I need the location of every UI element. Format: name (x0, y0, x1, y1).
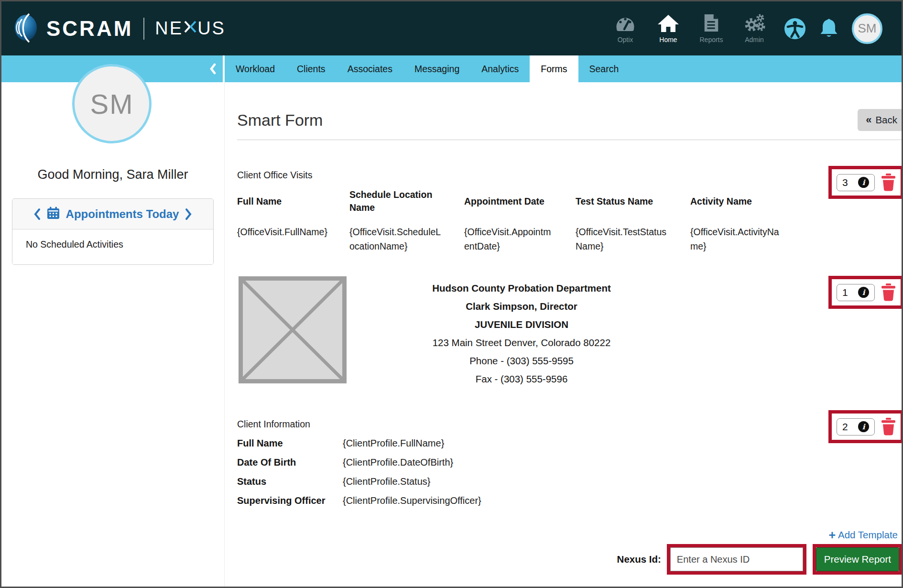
admin-label: Admin (745, 36, 764, 44)
sidebar-avatar-initials: SM (90, 88, 134, 120)
appointments-prev-button[interactable] (33, 208, 41, 220)
logo-text-scram: SCRAM (46, 17, 133, 41)
reports-label: Reports (699, 36, 723, 44)
client-info-count-badge: 2 i (828, 410, 903, 443)
home-label: Home (659, 36, 677, 44)
preview-report-highlight-box: Preview Report (813, 544, 903, 575)
header-icon-menu: Optix Home (599, 13, 882, 44)
field-label: Supervising Officer (237, 491, 343, 510)
back-label: Back (875, 114, 897, 126)
client-info-count-input[interactable]: 2 i (837, 418, 875, 436)
column-header-schedule-location: Schedule Location Name (349, 188, 464, 214)
back-button[interactable]: « Back (858, 109, 903, 131)
column-header-appointment-date: Appointment Date (464, 195, 576, 208)
info-icon[interactable]: i (858, 287, 869, 298)
office-visits-value-row: {OfficeVisit.FullName} {OfficeVisit.Sche… (237, 225, 806, 253)
field-value: {ClientProfile.SupervisingOfficer} (343, 491, 903, 510)
logo-divider (143, 18, 144, 40)
gears-icon (743, 14, 765, 33)
app-header: SCRAM NE US (1, 1, 902, 55)
tab-clients[interactable]: Clients (286, 55, 337, 82)
home-menu-item[interactable]: Home (651, 14, 685, 44)
admin-menu-item[interactable]: Admin (737, 14, 772, 44)
tab-associates[interactable]: Associates (337, 55, 403, 82)
page-title: Smart Form (237, 111, 323, 130)
title-row: Smart Form « Back (237, 109, 903, 131)
brand-logo: SCRAM NE US (14, 12, 226, 45)
nav-tabs: Workload Clients Associates Messaging An… (225, 55, 630, 82)
gauge-icon (615, 14, 636, 33)
tab-search[interactable]: Search (578, 55, 630, 82)
letterhead-delete-button[interactable] (881, 283, 896, 301)
appointments-card: Appointments Today No Scheduled Activiti… (12, 198, 214, 265)
client-info-row: Full Name {ClientProfile.FullName} (237, 434, 903, 453)
logo-text-us: US (197, 18, 226, 39)
chevron-left-icon (33, 208, 41, 220)
appointments-empty-text: No Scheduled Activities (12, 229, 213, 264)
image-placeholder (239, 276, 347, 385)
cell-schedule-location: {OfficeVisit.ScheduleLocationName} (349, 225, 464, 253)
main-content: Smart Form « Back Client Office Visits F… (225, 82, 903, 587)
user-avatar[interactable]: SM (852, 13, 882, 44)
logo-text-nexus: NE US (155, 18, 226, 39)
tab-workload[interactable]: Workload (225, 55, 286, 82)
logo-text-ne: NE (155, 18, 183, 39)
field-value: {ClientProfile.DateOfBirth} (343, 453, 903, 472)
optix-menu-item[interactable]: Optix (608, 14, 642, 44)
info-icon[interactable]: i (858, 421, 869, 432)
add-template-label: Add Template (838, 529, 898, 541)
column-header-activity-name: Activity Name (690, 195, 806, 208)
tab-analytics[interactable]: Analytics (470, 55, 530, 82)
notifications-bell-icon[interactable] (818, 18, 839, 39)
preview-report-button[interactable]: Preview Report (816, 547, 899, 571)
count-value: 3 (842, 177, 848, 188)
back-icon: « (866, 114, 871, 126)
nexus-id-label: Nexus Id: (617, 554, 661, 565)
tab-messaging[interactable]: Messaging (403, 55, 470, 82)
optix-label: Optix (618, 36, 633, 44)
client-info-row: Date Of Birth {ClientProfile.DateOfBirth… (237, 453, 903, 472)
info-icon[interactable]: i (858, 177, 869, 188)
count-value: 1 (842, 287, 848, 298)
plus-icon: + (828, 530, 836, 540)
reports-menu-item[interactable]: Reports (694, 14, 729, 44)
letterhead-count-badge: 1 i (828, 276, 903, 309)
client-info-section-label: Client Information (237, 419, 903, 430)
add-template-link[interactable]: + Add Template (828, 529, 898, 541)
sidebar: SM Good Morning, Sara Miller (1, 82, 225, 587)
sidebar-avatar: SM (72, 64, 152, 143)
office-visits-header-row: Full Name Schedule Location Name Appoint… (237, 188, 806, 214)
page-body: SM Good Morning, Sara Miller (1, 82, 902, 587)
field-label: Full Name (237, 434, 343, 453)
nexus-id-highlight-box (667, 544, 806, 575)
cell-full-name: {OfficeVisit.FullName} (237, 225, 349, 253)
field-value: {ClientProfile.FullName} (343, 434, 903, 453)
client-info-delete-button[interactable] (881, 418, 896, 436)
title-divider (237, 140, 903, 140)
cell-appointment-date: {OfficeVisit.AppointmentDate} (464, 225, 576, 253)
cell-test-status: {OfficeVisit.TestStatusName} (576, 225, 690, 253)
appointments-next-button[interactable] (185, 208, 192, 220)
letterhead-count-input[interactable]: 1 i (837, 284, 875, 301)
field-label: Date Of Birth (237, 453, 343, 472)
office-visits-delete-button[interactable] (881, 174, 896, 191)
office-visits-count-input[interactable]: 3 i (837, 174, 875, 191)
nexus-id-input[interactable] (670, 547, 803, 571)
office-visits-table: Full Name Schedule Location Name Appoint… (237, 188, 806, 253)
accessibility-icon[interactable] (784, 18, 806, 40)
cell-activity-name: {OfficeVisit.ActivityName} (690, 225, 806, 253)
trash-icon (881, 418, 896, 436)
field-label: Status (237, 472, 343, 491)
count-value: 2 (842, 421, 848, 433)
trash-icon (881, 283, 896, 301)
column-header-full-name: Full Name (237, 195, 349, 208)
sidebar-collapse-button[interactable] (209, 63, 216, 75)
client-info-row: Status {ClientProfile.Status} (237, 472, 903, 491)
client-info-fields: Full Name {ClientProfile.FullName} Date … (237, 434, 903, 510)
office-visits-count-badge: 3 i (828, 166, 903, 199)
client-info-row: Supervising Officer {ClientProfile.Super… (237, 491, 903, 510)
appointments-header: Appointments Today (12, 199, 213, 229)
tab-forms[interactable]: Forms (530, 55, 578, 82)
home-icon (657, 14, 679, 33)
calendar-icon (47, 207, 60, 221)
